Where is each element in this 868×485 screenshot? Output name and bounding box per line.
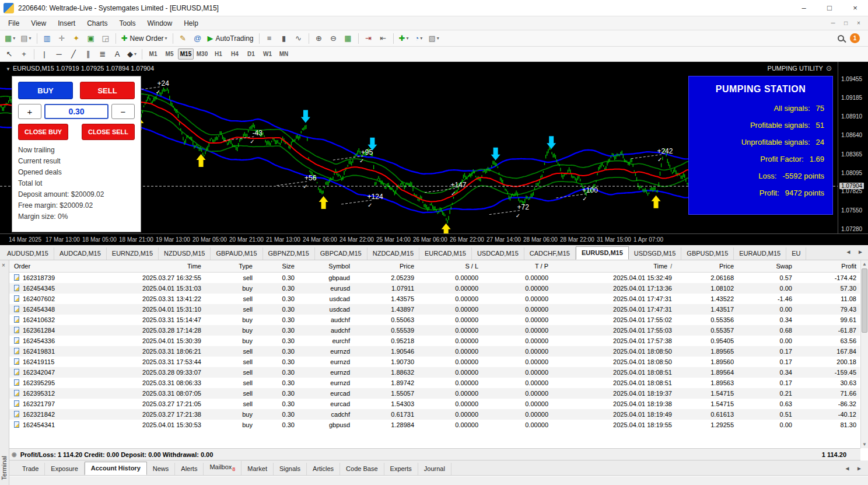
table-row[interactable]: 1624076022025.03.31 13:41:22sell0.30usdc… [9, 294, 860, 304]
chart-tab-gbpusd[interactable]: GBPUSD,M15 [681, 247, 734, 260]
scroll-up-icon[interactable]: ▲ [861, 260, 868, 268]
chart-tab-eurnzd[interactable]: EURNZD,M15 [107, 247, 159, 260]
bar-chart-mode-button[interactable]: ≡ [262, 32, 276, 45]
timeframe-w1[interactable]: W1 [260, 48, 275, 60]
timeframe-m30[interactable]: M30 [194, 48, 210, 60]
terminal-tab-articles[interactable]: Articles [307, 463, 340, 475]
menu-charts[interactable]: Charts [81, 18, 113, 29]
chart-tab-audusd[interactable]: AUDUSD,M15 [2, 247, 54, 260]
minimize-button[interactable]: – [791, 0, 817, 16]
chart-restore-icon[interactable]: □ [841, 20, 850, 26]
new-chart-button[interactable]: ▦▾ [2, 32, 18, 45]
chart-tab-gbpnzd[interactable]: GBPNZD,M15 [263, 247, 315, 260]
terminal-tab-mailbox[interactable]: Mailbox8 [204, 461, 242, 475]
chart-tab-usdcad[interactable]: USDCAD,M15 [472, 247, 524, 260]
column-header-size[interactable]: Size [256, 260, 298, 273]
navigator-button[interactable]: ✦ [69, 32, 83, 45]
close-buy-button[interactable]: CLOSE BUY [18, 124, 68, 140]
table-row[interactable]: 1624191152025.03.31 17:53:44sell0.30eurn… [9, 357, 860, 367]
table-row[interactable]: 1624198312025.03.31 18:06:21sell0.30eurn… [9, 346, 860, 357]
column-header-time[interactable]: Time [85, 260, 205, 273]
column-header-profit[interactable]: Profit [796, 260, 860, 273]
search-icon[interactable] [838, 35, 844, 41]
column-header-type[interactable]: Type [205, 260, 256, 273]
lot-size-field[interactable]: 0.30 [44, 104, 108, 119]
line-chart-mode-button[interactable]: ∿ [292, 32, 306, 45]
lot-increase-button[interactable]: + [18, 104, 41, 119]
symbol-dropdown-icon[interactable]: ▼ [6, 67, 10, 72]
sell-button[interactable]: SELL [80, 82, 135, 99]
chart-tab-cadchf[interactable]: CADCHF,M15 [524, 247, 576, 260]
column-header-swap[interactable]: Swap [737, 260, 796, 273]
crosshair-tool-button[interactable]: + [17, 48, 31, 61]
menu-insert[interactable]: Insert [52, 18, 81, 29]
table-row[interactable]: 1624543412025.04.01 15:30:53buy0.30gbpus… [9, 420, 860, 430]
chart-tab-scroll-arrows[interactable]: ◄ ► [845, 249, 866, 255]
column-header-symbol[interactable]: Symbol [298, 260, 354, 273]
terminal-tab-scroll-arrows[interactable]: ◄ ► [844, 465, 864, 472]
fibonacci-tool-button[interactable]: ≣ [96, 48, 110, 61]
chart-close-icon[interactable]: × [854, 20, 863, 26]
menu-help[interactable]: Help [178, 18, 204, 29]
column-header-time[interactable]: Time/ [552, 260, 676, 273]
chart-tab-eurusd[interactable]: EURUSD,M15 [576, 246, 629, 260]
terminal-tab-alerts[interactable]: Alerts [175, 463, 204, 475]
terminal-tab-news[interactable]: News [147, 463, 176, 475]
profiles-button[interactable]: ▤▾ [18, 32, 33, 45]
text-tool-button[interactable]: A [110, 48, 124, 61]
chart-minimize-icon[interactable]: ─ [828, 20, 838, 26]
timeframe-m15[interactable]: M15 [178, 48, 194, 60]
terminal-close-icon[interactable]: × [2, 262, 5, 268]
chart-tab-euraud[interactable]: EURAUD,M15 [734, 247, 786, 260]
chart-tab-usdsgd[interactable]: USDSGD,M15 [629, 247, 682, 260]
terminal-tab-signals[interactable]: Signals [274, 463, 307, 475]
lot-decrease-button[interactable]: − [111, 104, 135, 119]
autotrading-button[interactable]: ▶AutoTrading [205, 32, 256, 45]
chart-shift-button[interactable]: ⇤ [376, 32, 390, 45]
strategy-tester-button[interactable]: ◲ [99, 32, 113, 45]
data-window-button[interactable]: ✛ [55, 32, 69, 45]
terminal-tab-journal[interactable]: Journal [418, 463, 452, 475]
terminal-tab-exposure[interactable]: Exposure [45, 463, 84, 475]
timeframe-m1[interactable]: M1 [145, 48, 161, 60]
timeframe-m5[interactable]: M5 [162, 48, 177, 60]
candle-chart-mode-button[interactable]: ▮ [277, 32, 291, 45]
terminal-tab-account-history[interactable]: Account History [85, 462, 147, 475]
timeframe-mn[interactable]: MN [276, 48, 292, 60]
notification-badge[interactable]: 1 [850, 33, 860, 43]
chart-tab-nzdusd[interactable]: NZDUSD,M15 [159, 247, 211, 260]
column-header-price[interactable]: Price [354, 260, 418, 273]
horizontal-line-tool-button[interactable]: ─ [52, 48, 66, 61]
scrollbar-thumb[interactable] [862, 268, 867, 333]
terminal-tab-experts[interactable]: Experts [384, 463, 418, 475]
arrows-tool-button[interactable]: ◆▾ [125, 48, 139, 61]
terminal-tab-trade[interactable]: Trade [16, 463, 45, 475]
metaeditor-button[interactable]: ✎ [176, 32, 190, 45]
scroll-down-icon[interactable]: ▼ [861, 441, 868, 448]
templates-button[interactable]: ▧▾ [426, 32, 441, 45]
table-row[interactable]: 1623217972025.03.27 17:21:05sell0.30eurc… [9, 399, 860, 409]
chart-tab-gbpcad[interactable]: GBPCAD,M15 [315, 247, 368, 260]
zoom-out-button[interactable]: ⊖ [327, 32, 341, 45]
menu-file[interactable]: File [2, 18, 25, 29]
market-watch-button[interactable]: ▥ [40, 32, 54, 45]
column-header-sl[interactable]: S / L [418, 260, 482, 273]
chart-tab-eu[interactable]: EU [786, 247, 806, 260]
terminal-panel-button[interactable]: ▣ [84, 32, 98, 45]
time-axis[interactable]: 14 Mar 202517 Mar 13:0018 Mar 05:0018 Ma… [0, 233, 868, 245]
column-header-tp[interactable]: T / P [482, 260, 552, 273]
menu-tools[interactable]: Tools [114, 18, 142, 29]
table-row[interactable]: 1623218422025.03.27 17:21:38buy0.30cadch… [9, 409, 860, 420]
close-sell-button[interactable]: CLOSE SELL [82, 124, 135, 140]
table-row[interactable]: 1624106322025.03.31 15:14:47buy0.30audch… [9, 315, 860, 325]
chart-tab-eurcad[interactable]: EURCAD,M15 [419, 247, 472, 260]
timeframe-h4[interactable]: H4 [227, 48, 243, 60]
terminal-tab-code-base[interactable]: Code Base [340, 463, 384, 475]
table-scrollbar[interactable]: ▲ ▼ [860, 260, 868, 448]
terminal-tab-market[interactable]: Market [242, 463, 274, 475]
vertical-line-tool-button[interactable]: | [37, 48, 51, 61]
price-axis[interactable]: 1.094551.091851.089101.086401.083651.080… [838, 62, 868, 233]
close-button[interactable]: × [842, 0, 868, 16]
terminal-side-label[interactable]: Terminal [1, 456, 8, 480]
table-row[interactable]: 1623953122025.03.31 08:07:05sell0.30eurc… [9, 388, 860, 399]
